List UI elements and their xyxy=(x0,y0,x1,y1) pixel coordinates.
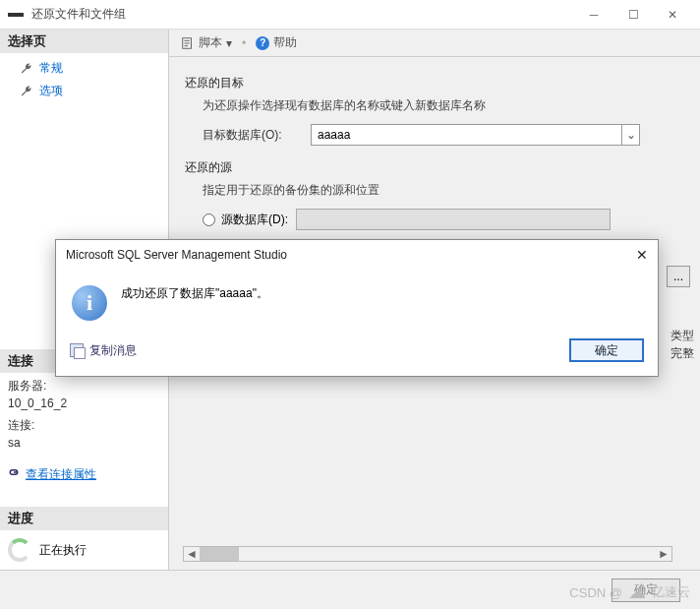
dialog-titlebar: Microsoft SQL Server Management Studio ✕ xyxy=(56,240,658,270)
partial-column-text: 类型 完整 xyxy=(671,327,694,362)
dest-db-row: 目标数据库(O): ⌄ xyxy=(203,124,684,146)
dialog-body: i 成功还原了数据库"aaaaa"。 xyxy=(56,270,658,331)
dialog-ok-button[interactable]: 确定 xyxy=(569,338,644,362)
script-button[interactable]: 脚本 ▾ xyxy=(177,32,236,53)
dialog-footer: 复制消息 确定 xyxy=(56,331,658,376)
info-icon: i xyxy=(72,285,107,321)
dest-group-title: 还原的目标 xyxy=(185,75,684,91)
select-page-list: 常规 选项 xyxy=(0,53,168,106)
help-button[interactable]: ? 帮助 xyxy=(252,32,301,53)
help-label: 帮助 xyxy=(273,34,297,51)
view-connection-props-link[interactable]: 查看连接属性 xyxy=(26,465,96,483)
chevron-down-icon[interactable]: ⌄ xyxy=(621,125,639,145)
src-db-row: 源数据库(D): xyxy=(203,209,684,230)
link-icon xyxy=(8,466,20,478)
browse-button[interactable]: ... xyxy=(667,266,690,287)
src-db-radio-label: 源数据库(D): xyxy=(221,212,288,228)
col-type-fragment: 类型 xyxy=(671,327,694,344)
watermark: CSDN @ ☁ 亿速云 xyxy=(569,581,690,603)
watermark-prefix: CSDN @ xyxy=(569,585,622,600)
dialog-title: Microsoft SQL Server Management Studio xyxy=(66,248,287,262)
progress-header: 进度 xyxy=(0,507,168,530)
dialog-close-button[interactable]: ✕ xyxy=(636,247,648,263)
toolbar-separator: • xyxy=(242,36,246,50)
dialog-message: 成功还原了数据库"aaaaa"。 xyxy=(121,285,268,302)
success-dialog: Microsoft SQL Server Management Studio ✕… xyxy=(55,239,659,377)
close-button[interactable]: ✕ xyxy=(653,1,692,29)
src-db-disabled-combo xyxy=(296,209,611,230)
col-full-fragment: 完整 xyxy=(671,344,694,362)
cloud-icon: ☁ xyxy=(628,581,646,603)
watermark-brand: 亿速云 xyxy=(652,583,690,601)
window-controls: ─ ☐ ✕ xyxy=(574,1,692,29)
dest-group-sub: 为还原操作选择现有数据库的名称或键入新数据库名称 xyxy=(203,97,684,114)
dest-db-combo[interactable]: ⌄ xyxy=(311,124,640,146)
sidebar-item-general[interactable]: 常规 xyxy=(0,57,168,80)
dest-db-label: 目标数据库(O): xyxy=(203,127,311,144)
copy-icon xyxy=(70,343,84,357)
wrench-icon xyxy=(20,85,33,98)
conn-label: 连接: xyxy=(8,416,160,434)
src-group-sub: 指定用于还原的备份集的源和位置 xyxy=(203,182,684,199)
minimize-button[interactable]: ─ xyxy=(574,1,613,29)
scroll-track[interactable] xyxy=(200,547,656,561)
maximize-button[interactable]: ☐ xyxy=(613,1,653,29)
script-dropdown-icon: ▾ xyxy=(226,36,232,50)
sidebar-item-label: 选项 xyxy=(39,83,63,99)
scroll-right-icon[interactable]: ► xyxy=(656,547,671,561)
src-db-radio[interactable] xyxy=(203,213,215,226)
scroll-thumb[interactable] xyxy=(200,547,239,561)
server-value: 10_0_16_2 xyxy=(8,395,160,412)
src-group-title: 还原的源 xyxy=(185,159,684,176)
horizontal-scrollbar[interactable]: ◄ ► xyxy=(183,546,672,562)
script-label: 脚本 xyxy=(199,34,222,51)
dest-db-input[interactable] xyxy=(312,125,621,145)
select-page-header: 选择页 xyxy=(0,30,168,53)
progress-row: 正在执行 xyxy=(0,530,168,570)
server-label: 服务器: xyxy=(8,377,160,395)
progress-text: 正在执行 xyxy=(39,542,87,559)
copy-message-link[interactable]: 复制消息 xyxy=(70,342,137,359)
app-icon xyxy=(8,13,24,17)
conn-value: sa xyxy=(8,434,160,452)
copy-message-label: 复制消息 xyxy=(89,342,137,359)
window-titlebar: 还原文件和文件组 ─ ☐ ✕ xyxy=(0,0,700,30)
sidebar-item-label: 常规 xyxy=(39,60,63,77)
sidebar-item-options[interactable]: 选项 xyxy=(0,80,168,102)
wrench-icon xyxy=(20,62,33,76)
window-title: 还原文件和文件组 xyxy=(31,6,574,23)
progress-spinner-icon xyxy=(8,538,31,562)
connection-section: 服务器: 10_0_16_2 连接: sa 查看连接属性 xyxy=(0,373,168,489)
help-icon: ? xyxy=(256,36,269,50)
scroll-left-icon[interactable]: ◄ xyxy=(184,547,200,561)
content-toolbar: 脚本 ▾ • ? 帮助 xyxy=(169,30,700,57)
script-icon xyxy=(181,36,195,50)
